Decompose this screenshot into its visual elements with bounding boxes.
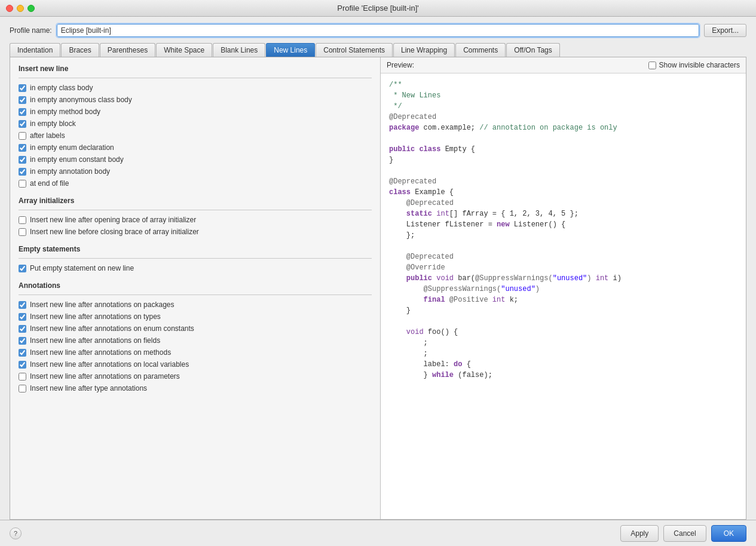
code-line: final @Positive int k;: [389, 295, 737, 305]
profile-name-label: Profile name:: [10, 26, 52, 35]
tab-comments[interactable]: Comments: [455, 43, 506, 57]
cb-empty-class-body[interactable]: [19, 84, 26, 92]
checkbox-row: after labels: [19, 131, 372, 140]
tab-blank-lines[interactable]: Blank Lines: [213, 43, 265, 57]
section-annotations: Annotations: [19, 281, 372, 290]
cb-label: Insert new line after annotations on met…: [30, 348, 171, 357]
code-line: package com.example; // annotation on pa…: [389, 122, 737, 133]
cb-ann-params[interactable]: [19, 373, 26, 381]
code-line: class Example {: [389, 187, 737, 198]
tab-white-space[interactable]: White Space: [156, 43, 212, 57]
cb-label: in empty class body: [30, 84, 93, 92]
minimize-button[interactable]: [17, 5, 24, 12]
code-line: Listener fListener = new Listener() {: [389, 219, 737, 230]
show-invisible-checkbox[interactable]: [648, 62, 656, 69]
cb-ann-fields[interactable]: [19, 337, 26, 345]
code-line: /**: [389, 79, 737, 90]
code-line: [389, 241, 737, 251]
checkbox-row: in empty class body: [19, 83, 372, 93]
cb-label: in empty annotation body: [30, 167, 110, 176]
cb-empty-enum-const-body[interactable]: [19, 156, 26, 164]
code-line: @Override: [389, 262, 737, 273]
bottom-right: Apply Cancel OK: [620, 525, 746, 542]
help-button[interactable]: ?: [10, 527, 22, 539]
section-insert-new-line: Insert new line: [19, 65, 372, 73]
cb-end-of-file[interactable]: [19, 180, 26, 188]
title-bar-buttons: [6, 5, 35, 12]
cb-ann-local-vars[interactable]: [19, 361, 26, 369]
tab-line-wrapping[interactable]: Line Wrapping: [393, 43, 455, 57]
section-empty-statements: Empty statements: [19, 245, 372, 253]
cb-ann-packages[interactable]: [19, 301, 26, 309]
cb-label: in empty method body: [30, 108, 100, 116]
cb-empty-anon-body[interactable]: [19, 96, 26, 104]
export-button[interactable]: Export...: [704, 24, 746, 37]
cb-label: Insert new line after annotations on typ…: [30, 312, 161, 321]
code-line: @Deprecated: [389, 251, 737, 262]
tab-indentation[interactable]: Indentation: [10, 43, 60, 57]
code-line: public class Empty {: [389, 144, 737, 155]
checkbox-row: Insert new line after opening brace of a…: [19, 215, 372, 225]
preview-header: Preview: Show invisible characters: [381, 57, 746, 73]
cb-label: at end of file: [30, 179, 69, 188]
checkbox-row: in empty block: [19, 119, 372, 128]
cb-empty-enum-decl[interactable]: [19, 144, 26, 152]
dialog-title: Profile 'Eclipse [built-in]': [337, 4, 418, 13]
code-line: };: [389, 230, 737, 241]
ok-button[interactable]: OK: [711, 525, 746, 542]
cb-label: Put empty statement on new line: [30, 264, 134, 272]
checkbox-row: Insert new line after annotations on pac…: [19, 300, 372, 309]
cb-after-labels[interactable]: [19, 132, 26, 140]
code-line: @Deprecated: [389, 112, 737, 122]
cb-ann-enum-consts[interactable]: [19, 325, 26, 333]
tab-parentheses[interactable]: Parentheses: [100, 43, 155, 57]
checkbox-row: in empty anonymous class body: [19, 95, 372, 105]
tab-control-statements[interactable]: Control Statements: [316, 43, 393, 57]
checkbox-row: Insert new line after annotations on enu…: [19, 324, 372, 333]
cb-array-open[interactable]: [19, 216, 26, 224]
section-array-initializers: Array initializers: [19, 197, 372, 205]
cb-array-close[interactable]: [19, 228, 26, 236]
cb-empty-annotation-body[interactable]: [19, 168, 26, 176]
cb-empty-statement[interactable]: [19, 265, 26, 272]
code-line: [389, 133, 737, 144]
title-bar: Profile 'Eclipse [built-in]': [0, 0, 756, 17]
code-line: }: [389, 305, 737, 316]
cb-empty-block[interactable]: [19, 120, 26, 128]
checkbox-row: Put empty statement on new line: [19, 263, 372, 273]
show-invisible-row: Show invisible characters: [648, 61, 740, 69]
code-line: @Deprecated: [389, 176, 737, 187]
checkbox-row: in empty enum constant body: [19, 155, 372, 164]
cb-label: Insert new line after annotations on fie…: [30, 336, 160, 345]
cb-label: Insert new line after annotations on enu…: [30, 324, 194, 333]
code-line: ;: [389, 348, 737, 359]
cb-ann-types[interactable]: [19, 313, 26, 321]
cancel-button[interactable]: Cancel: [663, 525, 706, 542]
cb-label: in empty enum declaration: [30, 143, 114, 152]
tab-new-lines[interactable]: New Lines: [266, 43, 315, 57]
code-line: static int[] fArray = { 1, 2, 3, 4, 5 };: [389, 208, 737, 219]
cb-type-annotations[interactable]: [19, 385, 26, 392]
cb-label: after labels: [30, 131, 65, 140]
tab-off-on-tags[interactable]: Off/On Tags: [506, 43, 560, 57]
cb-label: in empty block: [30, 119, 76, 128]
checkbox-row: Insert new line after annotations on met…: [19, 348, 372, 357]
checkbox-row: in empty method body: [19, 107, 372, 116]
checkbox-row: at end of file: [19, 179, 372, 188]
cb-label: Insert new line after type annotations: [30, 384, 147, 392]
tab-braces[interactable]: Braces: [61, 43, 99, 57]
bottom-bar: ? Apply Cancel OK: [0, 520, 756, 546]
maximize-button[interactable]: [27, 5, 35, 12]
code-line: */: [389, 101, 737, 112]
close-button[interactable]: [6, 5, 13, 12]
apply-button[interactable]: Apply: [620, 525, 659, 542]
tabs-bar: Indentation Braces Parentheses White Spa…: [10, 43, 746, 57]
checkbox-row: in empty enum declaration: [19, 143, 372, 152]
show-invisible-label: Show invisible characters: [659, 61, 740, 69]
cb-ann-methods[interactable]: [19, 349, 26, 357]
profile-name-input[interactable]: [57, 24, 700, 37]
cb-empty-method-body[interactable]: [19, 108, 26, 116]
code-line: public void bar(@SuppressWarnings("unuse…: [389, 273, 737, 284]
left-panel: Insert new line in empty class body in e…: [10, 57, 381, 519]
code-line: @SuppressWarnings("unused"): [389, 284, 737, 295]
